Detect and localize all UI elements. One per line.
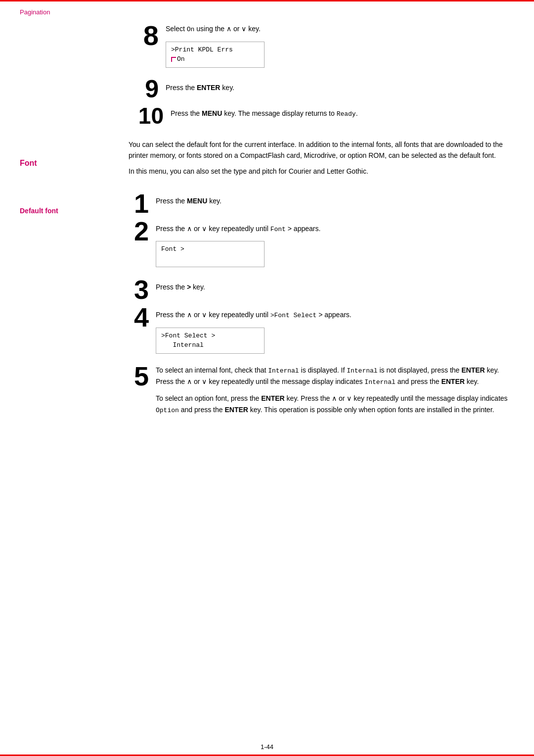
step-9-number: 9: [129, 77, 166, 101]
footer: 1-44: [0, 740, 534, 755]
df-step-2-line2: [161, 254, 259, 264]
df-step-2-font: Font: [270, 226, 286, 233]
page-number: 1-44: [261, 743, 273, 751]
df-step5-internal2: Internal: [347, 367, 377, 375]
df-step-4-content: Press the ∧ or ∨ key repeatedly until >F…: [156, 306, 514, 361]
step-10-text: Press the MENU key. The message display …: [171, 105, 514, 119]
df-step-5-content: To select an internal font, check that I…: [156, 365, 514, 421]
step-10-ready: Ready: [337, 110, 356, 118]
font-section: Font You can select the default font for…: [0, 134, 534, 182]
step-8-line1: >Print KPDL Errs: [171, 45, 259, 55]
df-step-3-number: 3: [129, 276, 156, 303]
df-step-5-text2: To select an option font, press the ENTE…: [156, 393, 514, 416]
df-step-4-fontselect: >Font Select: [270, 312, 317, 319]
font-para1: You can select the default font for the …: [129, 139, 514, 161]
step-9-enter: ENTER: [197, 84, 220, 92]
df-step-2-line1: Font >: [161, 244, 259, 254]
df-step5-enter4: ENTER: [224, 406, 248, 414]
default-font-heading: Default font: [20, 207, 129, 215]
default-font-right-content: 1 Press the MENU key. 2 Press the ∧ or ∨…: [129, 192, 514, 425]
step-9-content: Press the ENTER key.: [166, 79, 514, 96]
step-9-block: 9 Press the ENTER key.: [129, 79, 514, 101]
font-right-content: You can select the default font for the …: [129, 139, 514, 182]
step-8-line2: On: [171, 54, 259, 64]
font-para2: In this menu, you can also set the type …: [129, 166, 514, 177]
df-step-2-number: 2: [129, 218, 156, 244]
step-10-number: 10: [129, 104, 171, 127]
df-step-1-block: 1 Press the MENU key.: [129, 192, 514, 217]
default-font-left-margin: Default font: [20, 192, 129, 425]
df-step-2-block: 2 Press the ∧ or ∨ key repeatedly until …: [129, 220, 514, 275]
df-step5-option: Option: [156, 407, 179, 414]
step-8-content: Select On using the ∧ or ∨ key. >Print K…: [166, 24, 514, 75]
font-left-margin: Font: [20, 139, 129, 182]
df-step-4-code-block: >Font Select > Internal: [156, 325, 514, 357]
step-8-display: >Print KPDL Errs On: [166, 42, 265, 68]
df-step-5-block: 5 To select an internal font, check that…: [129, 365, 514, 421]
cursor-icon: [171, 57, 176, 62]
df-step-3-content: Press the > key.: [156, 278, 514, 295]
df-step5-enter1: ENTER: [461, 366, 485, 374]
default-font-section: Default font 1 Press the MENU key. 2 Pre…: [0, 182, 534, 425]
df-step-3-block: 3 Press the > key.: [129, 278, 514, 303]
step-8-number: 8: [129, 22, 166, 49]
df-step-2-code-block: Font >: [156, 238, 514, 270]
step-10-content: Press the MENU key. The message display …: [171, 105, 514, 122]
df-step5-internal1: Internal: [268, 367, 299, 375]
step-8-on: On: [177, 54, 185, 64]
font-heading: Font: [20, 159, 129, 168]
df-step-2-content: Press the ∧ or ∨ key repeatedly until Fo…: [156, 220, 514, 275]
df-step-5-number: 5: [129, 363, 156, 389]
df-step-3-key: >: [187, 283, 191, 291]
upper-steps: 8 Select On using the ∧ or ∨ key. >Print…: [109, 19, 534, 127]
df-step-3-text: Press the > key.: [156, 278, 514, 292]
df-step-2-display: Font >: [156, 241, 265, 267]
df-step-1-number: 1: [129, 190, 156, 217]
df-step-4-block: 4 Press the ∧ or ∨ key repeatedly until …: [129, 306, 514, 361]
page-container: Pagination 8 Select On using the ∧ or ∨ …: [0, 0, 534, 756]
step-8-code-block: >Print KPDL Errs On: [166, 39, 514, 71]
df-step-4-display: >Font Select > Internal: [156, 328, 265, 354]
df-step-5-text1: To select an internal font, check that I…: [156, 365, 514, 388]
df-step-4-number: 4: [129, 304, 156, 331]
top-bar: Pagination: [0, 1, 534, 19]
step-8-code-on: On: [187, 26, 195, 33]
df-step-1-content: Press the MENU key.: [156, 192, 514, 209]
step-10-block: 10 Press the MENU key. The message displ…: [129, 105, 514, 127]
df-step-4-line2: Internal: [161, 340, 259, 350]
df-step-2-text: Press the ∧ or ∨ key repeatedly until Fo…: [156, 220, 514, 235]
step-9-text: Press the ENTER key.: [166, 79, 514, 93]
df-step-4-line1: >Font Select >: [161, 331, 259, 341]
pagination-label: Pagination: [20, 5, 514, 19]
step-8-text: Select On using the ∧ or ∨ key.: [166, 24, 514, 35]
df-step-1-text: Press the MENU key.: [156, 192, 514, 206]
step-10-menu: MENU: [202, 109, 222, 117]
step-8-block: 8 Select On using the ∧ or ∨ key. >Print…: [129, 24, 514, 75]
df-step5-enter3: ENTER: [261, 394, 284, 402]
df-step-4-text: Press the ∧ or ∨ key repeatedly until >F…: [156, 306, 514, 321]
df-step-1-menu: MENU: [187, 197, 207, 205]
df-step5-enter2: ENTER: [441, 378, 464, 385]
df-step5-internal3: Internal: [364, 378, 395, 386]
